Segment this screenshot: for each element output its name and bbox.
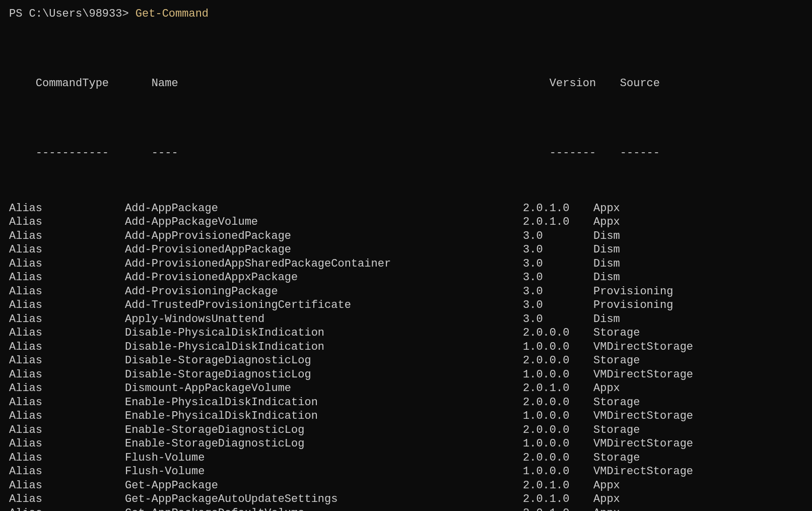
table-row: AliasDisable-StorageDiagnosticLog1.0.0.0…	[9, 368, 803, 382]
cell-name: Enable-PhysicalDiskIndication	[125, 409, 523, 423]
rows-container: AliasAdd-AppPackage2.0.1.0AppxAliasAdd-A…	[9, 202, 803, 512]
cell-name: Add-ProvisionedAppxPackage	[125, 271, 523, 285]
table-underline: ----------------------------	[9, 132, 803, 174]
cell-source: VMDirectStorage	[593, 409, 693, 423]
cell-commandtype: Alias	[9, 409, 125, 423]
header-commandtype: CommandType	[36, 77, 152, 91]
table-row: AliasAdd-ProvisionedAppxPackage3.0Dism	[9, 271, 803, 285]
cell-source: Appx	[593, 215, 620, 229]
cell-name: Dismount-AppPackageVolume	[125, 381, 523, 396]
cell-source: Provisioning	[593, 298, 673, 312]
cell-commandtype: Alias	[9, 479, 125, 493]
cell-source: Storage	[593, 451, 640, 465]
cell-version: 3.0	[523, 229, 593, 243]
cell-commandtype: Alias	[9, 326, 125, 340]
cell-version: 2.0.0.0	[523, 354, 593, 368]
table-row: AliasAdd-AppPackage2.0.1.0Appx	[9, 202, 803, 216]
header-source: Source	[620, 77, 660, 91]
cell-name: Disable-StorageDiagnosticLog	[125, 368, 523, 382]
cell-commandtype: Alias	[9, 354, 125, 368]
cell-version: 2.0.0.0	[523, 451, 593, 465]
table-header: CommandTypeNameVersionSource	[9, 63, 803, 105]
cell-source: VMDirectStorage	[593, 340, 693, 354]
table-row: AliasAdd-ProvisionedAppSharedPackageCont…	[9, 257, 803, 271]
cell-source: Storage	[593, 423, 640, 437]
cell-commandtype: Alias	[9, 257, 125, 271]
cell-source: VMDirectStorage	[593, 465, 693, 479]
cell-commandtype: Alias	[9, 465, 125, 479]
cell-version: 2.0.1.0	[523, 381, 593, 396]
cell-source: Storage	[593, 396, 640, 410]
header-version: Version	[550, 77, 620, 91]
cell-source: Appx	[593, 202, 620, 216]
table-row: AliasFlush-Volume1.0.0.0VMDirectStorage	[9, 465, 803, 479]
cell-commandtype: Alias	[9, 340, 125, 354]
table-row: AliasGet-AppPackage2.0.1.0Appx	[9, 479, 803, 493]
cell-source: Appx	[593, 506, 620, 512]
cell-name: Enable-PhysicalDiskIndication	[125, 396, 523, 410]
cell-name: Add-TrustedProvisioningCertificate	[125, 298, 523, 312]
cell-source: Dism	[593, 312, 620, 327]
cell-version: 2.0.1.0	[523, 479, 593, 493]
cell-version: 3.0	[523, 243, 593, 257]
cell-commandtype: Alias	[9, 506, 125, 512]
cell-version: 2.0.1.0	[523, 506, 593, 512]
table-row: AliasDisable-PhysicalDiskIndication1.0.0…	[9, 340, 803, 354]
cell-commandtype: Alias	[9, 271, 125, 285]
table-row: AliasGet-AppPackageDefaultVolume2.0.1.0A…	[9, 506, 803, 512]
cell-name: Add-ProvisionedAppPackage	[125, 243, 523, 257]
cell-version: 2.0.1.0	[523, 215, 593, 229]
cell-version: 2.0.0.0	[523, 423, 593, 437]
table-row: AliasDisable-StorageDiagnosticLog2.0.0.0…	[9, 354, 803, 368]
cell-name: Flush-Volume	[125, 451, 523, 465]
cell-version: 1.0.0.0	[523, 368, 593, 382]
cell-commandtype: Alias	[9, 229, 125, 243]
cell-source: Storage	[593, 326, 640, 340]
cell-version: 1.0.0.0	[523, 409, 593, 423]
table-row: AliasFlush-Volume2.0.0.0Storage	[9, 451, 803, 465]
cell-name: Add-AppPackageVolume	[125, 215, 523, 229]
cell-commandtype: Alias	[9, 312, 125, 327]
table-row: AliasEnable-StorageDiagnosticLog1.0.0.0V…	[9, 437, 803, 451]
cell-name: Disable-PhysicalDiskIndication	[125, 340, 523, 354]
header-name: Name	[152, 77, 550, 91]
table-row: AliasAdd-ProvisioningPackage3.0Provision…	[9, 285, 803, 299]
cell-commandtype: Alias	[9, 492, 125, 506]
table-row: AliasEnable-StorageDiagnosticLog2.0.0.0S…	[9, 423, 803, 437]
cell-commandtype: Alias	[9, 396, 125, 410]
cell-source: Dism	[593, 257, 620, 271]
cell-version: 2.0.0.0	[523, 326, 593, 340]
table-row: AliasDisable-PhysicalDiskIndication2.0.0…	[9, 326, 803, 340]
cell-source: Storage	[593, 354, 640, 368]
cell-source: Provisioning	[593, 285, 673, 299]
prompt-command: Get-Command	[136, 8, 209, 20]
cell-name: Add-ProvisioningPackage	[125, 285, 523, 299]
cell-name: Add-AppProvisionedPackage	[125, 229, 523, 243]
cell-name: Flush-Volume	[125, 465, 523, 479]
cell-name: Apply-WindowsUnattend	[125, 312, 523, 327]
cell-version: 1.0.0.0	[523, 465, 593, 479]
table-row: AliasAdd-TrustedProvisioningCertificate3…	[9, 298, 803, 312]
cell-source: VMDirectStorage	[593, 368, 693, 382]
cell-version: 3.0	[523, 257, 593, 271]
table-row: AliasAdd-ProvisionedAppPackage3.0Dism	[9, 243, 803, 257]
underline-commandtype: -----------	[36, 146, 152, 160]
cell-version: 2.0.0.0	[523, 396, 593, 410]
cell-source: Dism	[593, 229, 620, 243]
underline-version: -------	[550, 146, 620, 160]
cell-commandtype: Alias	[9, 285, 125, 299]
cell-name: Add-AppPackage	[125, 202, 523, 216]
cell-name: Enable-StorageDiagnosticLog	[125, 437, 523, 451]
cell-version: 1.0.0.0	[523, 437, 593, 451]
cell-name: Disable-StorageDiagnosticLog	[125, 354, 523, 368]
table-row: AliasDismount-AppPackageVolume2.0.1.0App…	[9, 381, 803, 396]
cell-version: 3.0	[523, 298, 593, 312]
cell-name: Disable-PhysicalDiskIndication	[125, 326, 523, 340]
table-row: AliasAdd-AppPackageVolume2.0.1.0Appx	[9, 215, 803, 229]
cell-commandtype: Alias	[9, 202, 125, 216]
cell-commandtype: Alias	[9, 298, 125, 312]
prompt-line[interactable]: PS C:\Users\98933> Get-Command	[9, 7, 803, 21]
cell-version: 1.0.0.0	[523, 340, 593, 354]
cell-version: 2.0.1.0	[523, 202, 593, 216]
cell-version: 3.0	[523, 285, 593, 299]
